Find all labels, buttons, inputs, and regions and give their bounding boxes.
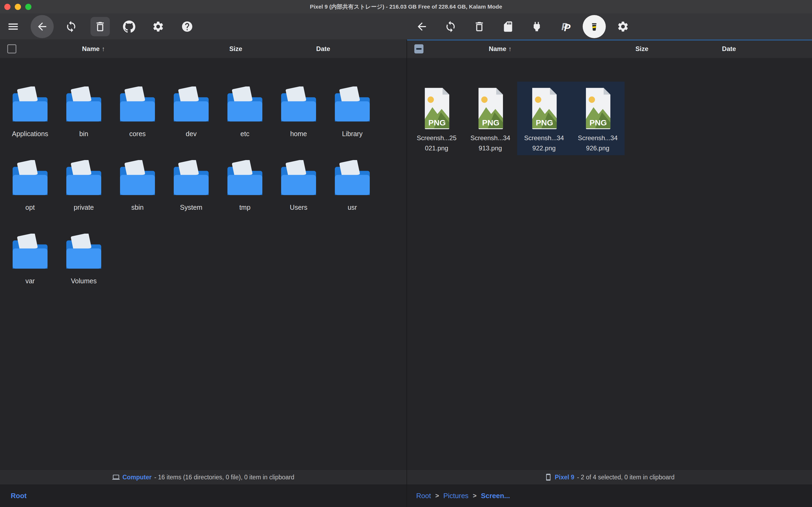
column-date-left[interactable]: Date <box>316 40 330 58</box>
left-pane-folder-grid: Applications bin <box>3 81 379 302</box>
folder-item[interactable]: tmp <box>218 155 272 229</box>
folder-name: Applications <box>12 130 48 138</box>
png-file-icon: PNG <box>527 87 561 129</box>
folder-item[interactable]: Volumes <box>57 229 111 302</box>
back-button-right[interactable] <box>410 15 433 38</box>
column-date-right[interactable]: Date <box>722 40 736 58</box>
sd-card-icon <box>502 20 514 33</box>
plug-button[interactable] <box>525 15 548 38</box>
left-status-summary: - 16 items (16 directories, 0 file), 0 i… <box>155 474 295 481</box>
column-size-right[interactable]: Size <box>636 40 648 58</box>
column-name-right[interactable]: Name ↑ <box>489 40 512 58</box>
svg-text:PNG: PNG <box>589 118 607 127</box>
menu-button[interactable] <box>2 15 25 38</box>
delete-button-right[interactable] <box>468 15 491 38</box>
delete-button-left[interactable] <box>89 15 112 38</box>
refresh-icon <box>65 20 77 33</box>
close-window-button[interactable] <box>4 4 10 10</box>
minimize-window-button[interactable] <box>15 4 21 10</box>
buy-me-a-coffee-button[interactable] <box>583 15 606 38</box>
sd-card-button[interactable] <box>497 15 520 38</box>
back-icon <box>36 20 48 33</box>
menu-icon <box>7 20 19 33</box>
folder-name: etc <box>240 130 249 138</box>
settings-button-right[interactable] <box>612 15 635 38</box>
breadcrumb-bar: Root Root > Pictures > Screen... <box>0 485 812 507</box>
folder-item[interactable]: sbin <box>111 155 164 229</box>
png-file-icon: PNG <box>581 87 615 129</box>
column-name-label: Name <box>82 45 100 53</box>
folder-name: System <box>180 204 202 211</box>
file-name: Screensh...34 922.png <box>524 133 564 153</box>
breadcrumb-pictures[interactable]: Pictures <box>443 492 469 500</box>
settings-button-left[interactable] <box>147 15 170 38</box>
svg-text:PNG: PNG <box>482 118 500 127</box>
right-pane-status: Pixel 9 - 2 of 4 selected, 0 item in cli… <box>407 470 812 485</box>
folder-item[interactable]: Users <box>272 155 326 229</box>
help-icon <box>181 20 193 33</box>
png-file-icon: PNG <box>420 87 454 129</box>
left-pane-status: Computer - 16 items (16 directories, 0 f… <box>0 470 407 485</box>
folder-icon <box>10 160 50 197</box>
folder-item[interactable]: bin <box>57 81 111 155</box>
folder-item[interactable]: usr <box>326 155 379 229</box>
sort-ascending-icon: ↑ <box>102 45 105 53</box>
left-pane-breadcrumb: Root <box>11 485 26 507</box>
png-file-icon: PNG <box>473 87 507 129</box>
left-pane-header: Name ↑ Size Date <box>0 40 407 58</box>
toolbar: P P <box>0 13 812 40</box>
file-manager-window: Pixel 9 (内部共有ストレージ) - 216.03 GB Free of … <box>0 0 812 507</box>
folder-name: dev <box>186 130 196 138</box>
folder-item[interactable]: Applications <box>3 81 57 155</box>
select-all-checkbox-right[interactable] <box>414 44 423 53</box>
folder-name: cores <box>129 130 146 138</box>
github-button[interactable] <box>118 15 141 38</box>
folder-name: tmp <box>239 204 250 211</box>
file-item[interactable]: PNG Screensh...34 922.png <box>517 81 571 155</box>
settings-icon <box>152 20 164 33</box>
folder-item[interactable]: var <box>3 229 57 302</box>
folder-item[interactable]: opt <box>3 155 57 229</box>
folder-name: usr <box>348 204 357 211</box>
breadcrumb-separator-icon: > <box>435 492 439 500</box>
folder-name: Users <box>290 204 307 211</box>
file-item[interactable]: PNG Screensh...34 926.png <box>571 81 625 155</box>
folder-item[interactable]: home <box>272 81 326 155</box>
column-name-left[interactable]: Name ↑ <box>82 40 105 58</box>
breadcrumb-screenshots[interactable]: Screen... <box>481 492 510 500</box>
folder-item[interactable]: private <box>57 155 111 229</box>
refresh-button-left[interactable] <box>60 15 83 38</box>
folder-item[interactable]: cores <box>111 81 164 155</box>
folder-icon <box>279 160 319 197</box>
folder-icon <box>332 87 372 123</box>
coffee-cup-icon <box>588 20 600 33</box>
back-button-left[interactable] <box>31 15 54 38</box>
trash-icon <box>473 20 485 33</box>
right-pane-toolbar: P P <box>410 15 635 38</box>
file-item[interactable]: PNG Screensh...25 021.png <box>410 81 463 155</box>
device-link-pixel9[interactable]: Pixel 9 <box>555 474 574 481</box>
paypal-button[interactable]: P P <box>554 15 577 38</box>
folder-icon <box>171 160 211 197</box>
zoom-window-button[interactable] <box>25 4 32 10</box>
file-item[interactable]: PNG Screensh...34 913.png <box>463 81 517 155</box>
folder-item[interactable]: System <box>164 155 218 229</box>
column-size-left[interactable]: Size <box>229 40 242 58</box>
folder-name: bin <box>79 130 88 138</box>
sort-ascending-icon: ↑ <box>509 45 512 53</box>
content-area: Applications bin <box>0 58 812 469</box>
column-name-label: Name <box>489 45 506 53</box>
right-pane-breadcrumb: Root > Pictures > Screen... <box>416 485 510 507</box>
select-all-checkbox-left[interactable] <box>7 44 16 53</box>
folder-item[interactable]: Library <box>326 81 379 155</box>
folder-item[interactable]: dev <box>164 81 218 155</box>
folder-icon <box>279 87 319 123</box>
breadcrumb-root-right[interactable]: Root <box>416 492 431 500</box>
breadcrumb-root-left[interactable]: Root <box>11 492 26 500</box>
help-button[interactable] <box>176 15 199 38</box>
refresh-button-right[interactable] <box>439 15 462 38</box>
device-link-computer[interactable]: Computer <box>122 474 152 481</box>
svg-text:P: P <box>564 22 571 33</box>
folder-icon <box>225 87 265 123</box>
folder-item[interactable]: etc <box>218 81 272 155</box>
